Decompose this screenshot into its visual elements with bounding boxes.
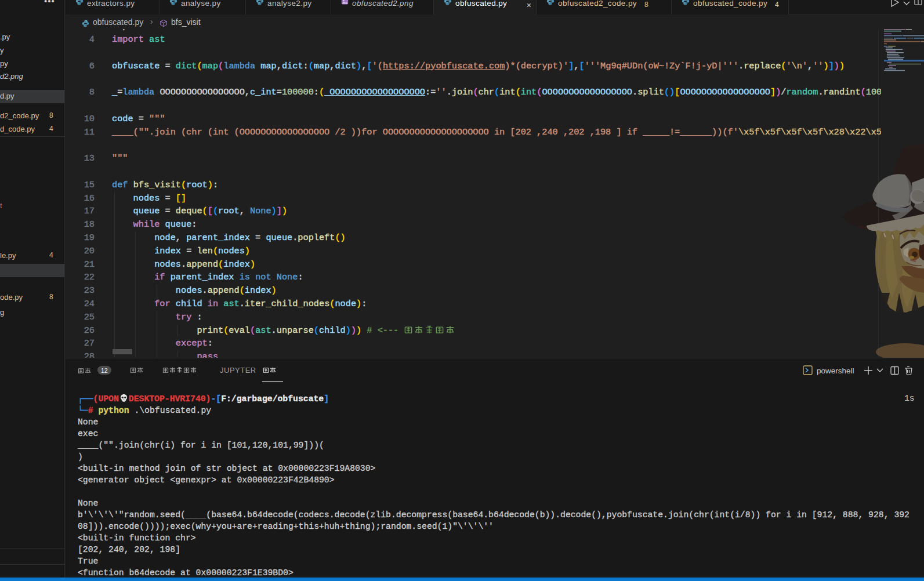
svg-text:powershell: powershell xyxy=(817,366,854,375)
